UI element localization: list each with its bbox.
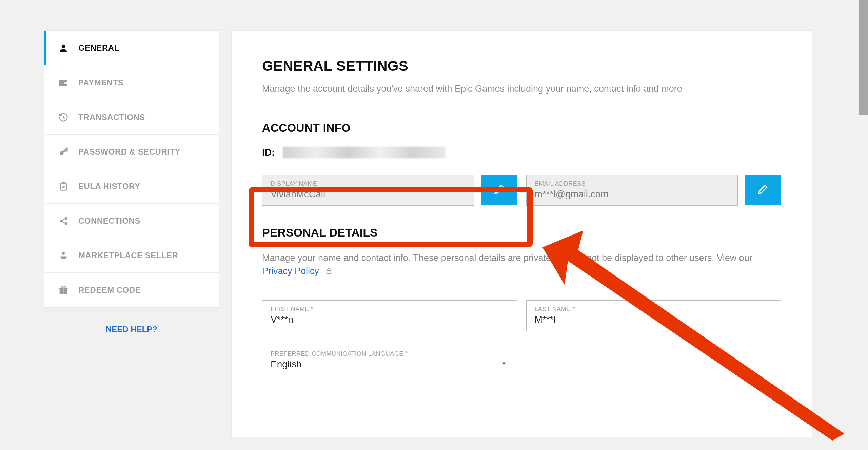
sidebar-nav: GENERAL PAYMENTS TRANSACTIONS <box>44 30 219 308</box>
wallet-icon <box>57 77 70 89</box>
pencil-icon <box>757 184 768 196</box>
language-value: English <box>271 359 509 370</box>
sidebar-item-label: MARKETPLACE SELLER <box>78 251 178 260</box>
email-value: m***l@gmail.com <box>535 189 730 200</box>
main-panel: GENERAL SETTINGS Manage the account deta… <box>231 30 812 437</box>
sidebar-item-label: CONNECTIONS <box>78 216 140 226</box>
sidebar-item-marketplace[interactable]: MARKETPLACE SELLER <box>44 238 219 273</box>
first-name-label: FIRST NAME * <box>271 306 509 313</box>
language-select[interactable]: PREFERRED COMMUNICATION LANGUAGE * Engli… <box>262 345 517 376</box>
personal-desc-text: Manage your name and contact info. These… <box>262 253 752 263</box>
sidebar-item-label: GENERAL <box>78 43 119 53</box>
need-help-link[interactable]: NEED HELP? <box>44 325 219 334</box>
svg-point-0 <box>62 44 65 48</box>
account-id-row: ID: <box>262 147 781 158</box>
email-group: EMAIL ADDRESS m***l@gmail.com <box>526 175 782 206</box>
page-subtitle: Manage the account details you've shared… <box>262 84 781 94</box>
sidebar-item-payments[interactable]: PAYMENTS <box>44 65 219 100</box>
language-row: PREFERRED COMMUNICATION LANGUAGE * Engli… <box>262 345 781 376</box>
privacy-policy-link[interactable]: Privacy Policy <box>262 266 319 276</box>
key-icon <box>57 146 70 158</box>
sidebar-item-connections[interactable]: CONNECTIONS <box>44 204 219 238</box>
language-label: PREFERRED COMMUNICATION LANGUAGE * <box>271 350 509 357</box>
seller-icon <box>57 249 70 262</box>
lock-icon <box>325 265 333 278</box>
display-name-value: VivianMcCall <box>271 189 466 200</box>
last-name-label: LAST NAME * <box>535 306 773 313</box>
svg-rect-11 <box>327 271 331 274</box>
email-label: EMAIL ADDRESS <box>535 180 730 187</box>
name-row: FIRST NAME * V***n LAST NAME * M***l <box>262 300 781 331</box>
user-icon <box>57 42 70 54</box>
first-name-field[interactable]: FIRST NAME * V***n <box>262 300 517 331</box>
svg-rect-10 <box>63 288 64 294</box>
share-icon <box>57 215 70 227</box>
sidebar-item-label: EULA HISTORY <box>78 182 140 191</box>
pencil-icon <box>494 184 505 196</box>
sidebar-item-label: PAYMENTS <box>78 78 123 87</box>
edit-display-name-button[interactable] <box>481 175 517 205</box>
account-id-label: ID: <box>262 147 275 158</box>
last-name-value: M***l <box>535 314 773 325</box>
email-field: EMAIL ADDRESS m***l@gmail.com <box>526 175 738 206</box>
sidebar-item-label: PASSWORD & SECURITY <box>78 147 180 157</box>
section-personal-title: PERSONAL DETAILS <box>262 226 781 239</box>
svg-point-7 <box>62 252 65 255</box>
last-name-field[interactable]: LAST NAME * M***l <box>526 300 782 331</box>
personal-description: Manage your name and contact info. These… <box>262 251 781 279</box>
svg-point-6 <box>65 222 67 225</box>
account-id-value-redacted <box>283 147 446 158</box>
sidebar-item-general[interactable]: GENERAL <box>44 31 219 65</box>
sidebar-item-redeem[interactable]: REDEEM CODE <box>44 273 219 307</box>
svg-point-5 <box>65 217 67 220</box>
edit-email-button[interactable] <box>745 175 781 205</box>
section-account-info-title: ACCOUNT INFO <box>262 121 781 135</box>
svg-point-4 <box>60 220 62 222</box>
page-title: GENERAL SETTINGS <box>262 58 781 74</box>
display-name-field: DISPLAY NAME VivianMcCall <box>262 175 474 206</box>
gift-icon <box>57 284 70 296</box>
sidebar: GENERAL PAYMENTS TRANSACTIONS <box>44 30 219 437</box>
sidebar-item-label: REDEEM CODE <box>78 285 141 295</box>
sidebar-item-label: TRANSACTIONS <box>78 112 145 122</box>
display-name-label: DISPLAY NAME <box>271 180 466 187</box>
sidebar-item-transactions[interactable]: TRANSACTIONS <box>44 100 219 135</box>
display-name-group: DISPLAY NAME VivianMcCall <box>262 175 517 206</box>
sidebar-item-security[interactable]: PASSWORD & SECURITY <box>44 135 219 169</box>
history-icon <box>57 111 70 123</box>
chevron-down-icon <box>500 359 508 368</box>
clipboard-icon <box>57 180 70 192</box>
account-info-row: DISPLAY NAME VivianMcCall EMAIL ADDRESS … <box>262 175 781 206</box>
first-name-value: V***n <box>271 314 509 325</box>
sidebar-item-eula[interactable]: EULA HISTORY <box>44 169 219 204</box>
scrollbar[interactable] <box>859 0 868 115</box>
svg-point-1 <box>60 151 63 155</box>
